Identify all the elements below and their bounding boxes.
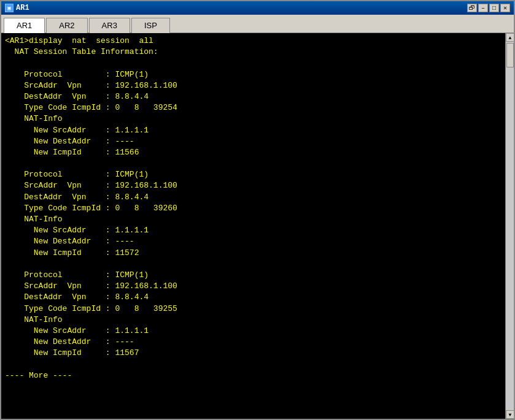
tab-ar1[interactable]: AR1 [4,18,45,33]
title-bar-left: ▣ AR1 [5,4,29,12]
maximize-button[interactable]: □ [489,4,499,12]
terminal-container: <AR1>display nat session all NAT Session… [1,33,514,419]
tab-ar2[interactable]: AR2 [46,18,87,33]
scrollbar-track[interactable] [506,42,514,410]
window-title: AR1 [16,4,29,12]
restore-button[interactable]: 🗗 [467,4,477,12]
terminal-output[interactable]: <AR1>display nat session all NAT Session… [1,33,505,419]
main-window: ▣ AR1 🗗 – □ ✕ AR1 AR2 AR3 ISP <AR1>displ… [0,0,515,420]
tab-bar: AR1 AR2 AR3 ISP [1,15,514,32]
scroll-down-button[interactable]: ▼ [506,410,514,419]
app-icon: ▣ [5,4,14,12]
title-bar: ▣ AR1 🗗 – □ ✕ [1,1,514,15]
scroll-up-button[interactable]: ▲ [506,33,514,42]
tab-isp[interactable]: ISP [131,18,170,33]
title-controls: 🗗 – □ ✕ [467,4,510,12]
scrollbar[interactable]: ▲ ▼ [505,33,514,419]
tab-ar3[interactable]: AR3 [89,18,130,33]
scrollbar-thumb[interactable] [506,43,514,67]
minimize-button[interactable]: – [478,4,488,12]
close-button[interactable]: ✕ [500,4,510,12]
